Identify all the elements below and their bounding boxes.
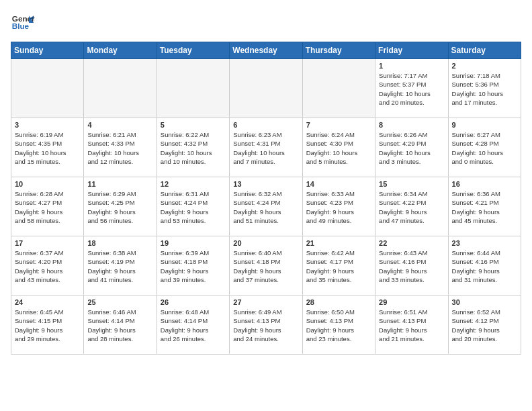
day-number: 27	[233, 298, 298, 306]
day-info: Sunrise: 6:36 AM Sunset: 4:21 PM Dayligh…	[452, 189, 517, 225]
day-info: Sunrise: 6:21 AM Sunset: 4:33 PM Dayligh…	[87, 130, 152, 166]
logo: General Blue	[11, 11, 35, 35]
weekday-header-row: SundayMondayTuesdayWednesdayThursdayFrid…	[11, 42, 521, 59]
day-number: 1	[379, 62, 444, 70]
calendar-cell: 8Sunrise: 6:26 AM Sunset: 4:29 PM Daylig…	[375, 118, 448, 177]
calendar-cell: 6Sunrise: 6:23 AM Sunset: 4:31 PM Daylig…	[230, 118, 302, 177]
day-info: Sunrise: 6:46 AM Sunset: 4:14 PM Dayligh…	[87, 308, 152, 343]
week-row-3: 10Sunrise: 6:28 AM Sunset: 4:27 PM Dayli…	[11, 177, 521, 236]
day-number: 12	[161, 180, 226, 188]
weekday-header-saturday: Saturday	[448, 42, 521, 59]
day-number: 20	[233, 239, 298, 247]
weekday-header-sunday: Sunday	[11, 42, 84, 59]
day-number: 18	[87, 239, 152, 247]
calendar-table: SundayMondayTuesdayWednesdayThursdayFrid…	[11, 42, 521, 355]
weekday-header-tuesday: Tuesday	[157, 42, 229, 59]
day-info: Sunrise: 6:51 AM Sunset: 4:13 PM Dayligh…	[379, 308, 444, 343]
week-row-1: 1Sunrise: 7:17 AM Sunset: 5:37 PM Daylig…	[11, 59, 521, 118]
calendar-cell	[157, 59, 229, 118]
calendar-cell: 17Sunrise: 6:37 AM Sunset: 4:20 PM Dayli…	[11, 236, 84, 295]
day-number: 7	[306, 121, 371, 129]
day-info: Sunrise: 6:26 AM Sunset: 4:29 PM Dayligh…	[379, 130, 444, 166]
day-info: Sunrise: 6:52 AM Sunset: 4:12 PM Dayligh…	[452, 308, 517, 343]
day-info: Sunrise: 6:19 AM Sunset: 4:35 PM Dayligh…	[15, 130, 80, 166]
calendar-cell: 26Sunrise: 6:48 AM Sunset: 4:14 PM Dayli…	[157, 295, 229, 355]
calendar-cell: 7Sunrise: 6:24 AM Sunset: 4:30 PM Daylig…	[302, 118, 375, 177]
day-number: 9	[452, 121, 517, 129]
weekday-header-thursday: Thursday	[302, 42, 375, 59]
day-info: Sunrise: 6:38 AM Sunset: 4:19 PM Dayligh…	[87, 248, 152, 284]
calendar-cell: 30Sunrise: 6:52 AM Sunset: 4:12 PM Dayli…	[448, 295, 521, 355]
week-row-5: 24Sunrise: 6:45 AM Sunset: 4:15 PM Dayli…	[11, 295, 521, 355]
day-info: Sunrise: 6:28 AM Sunset: 4:27 PM Dayligh…	[15, 189, 80, 225]
calendar-cell	[11, 59, 84, 118]
logo-icon: General Blue	[11, 11, 35, 35]
calendar-cell: 22Sunrise: 6:43 AM Sunset: 4:16 PM Dayli…	[375, 236, 448, 295]
day-number: 28	[306, 298, 371, 306]
day-info: Sunrise: 6:40 AM Sunset: 4:18 PM Dayligh…	[233, 248, 298, 284]
page-header: General Blue	[11, 11, 521, 35]
day-number: 5	[161, 121, 226, 129]
day-info: Sunrise: 6:44 AM Sunset: 4:16 PM Dayligh…	[452, 248, 517, 284]
calendar-cell: 1Sunrise: 7:17 AM Sunset: 5:37 PM Daylig…	[375, 59, 448, 118]
day-number: 29	[379, 298, 444, 306]
calendar-cell: 29Sunrise: 6:51 AM Sunset: 4:13 PM Dayli…	[375, 295, 448, 355]
day-info: Sunrise: 6:43 AM Sunset: 4:16 PM Dayligh…	[379, 248, 444, 284]
day-info: Sunrise: 6:33 AM Sunset: 4:23 PM Dayligh…	[306, 189, 371, 225]
day-number: 25	[87, 298, 152, 306]
week-row-4: 17Sunrise: 6:37 AM Sunset: 4:20 PM Dayli…	[11, 236, 521, 295]
day-number: 6	[233, 121, 298, 129]
day-number: 16	[452, 180, 517, 188]
day-info: Sunrise: 6:50 AM Sunset: 4:13 PM Dayligh…	[306, 308, 371, 343]
day-number: 4	[87, 121, 152, 129]
day-number: 17	[15, 239, 80, 247]
day-info: Sunrise: 6:45 AM Sunset: 4:15 PM Dayligh…	[15, 308, 80, 343]
calendar-cell: 12Sunrise: 6:31 AM Sunset: 4:24 PM Dayli…	[157, 177, 229, 236]
day-number: 13	[233, 180, 298, 188]
day-info: Sunrise: 6:42 AM Sunset: 4:17 PM Dayligh…	[306, 248, 371, 284]
calendar-cell: 5Sunrise: 6:22 AM Sunset: 4:32 PM Daylig…	[157, 118, 229, 177]
calendar-cell: 9Sunrise: 6:27 AM Sunset: 4:28 PM Daylig…	[448, 118, 521, 177]
calendar-cell: 28Sunrise: 6:50 AM Sunset: 4:13 PM Dayli…	[302, 295, 375, 355]
day-number: 8	[379, 121, 444, 129]
day-info: Sunrise: 6:31 AM Sunset: 4:24 PM Dayligh…	[161, 189, 226, 225]
calendar-cell: 2Sunrise: 7:18 AM Sunset: 5:36 PM Daylig…	[448, 59, 521, 118]
day-info: Sunrise: 6:39 AM Sunset: 4:18 PM Dayligh…	[161, 248, 226, 284]
day-number: 11	[87, 180, 152, 188]
day-info: Sunrise: 6:32 AM Sunset: 4:24 PM Dayligh…	[233, 189, 298, 225]
calendar-cell: 4Sunrise: 6:21 AM Sunset: 4:33 PM Daylig…	[84, 118, 157, 177]
calendar-cell: 21Sunrise: 6:42 AM Sunset: 4:17 PM Dayli…	[302, 236, 375, 295]
day-number: 10	[15, 180, 80, 188]
calendar-cell: 25Sunrise: 6:46 AM Sunset: 4:14 PM Dayli…	[84, 295, 157, 355]
calendar-cell: 18Sunrise: 6:38 AM Sunset: 4:19 PM Dayli…	[84, 236, 157, 295]
day-info: Sunrise: 6:48 AM Sunset: 4:14 PM Dayligh…	[161, 308, 226, 343]
day-number: 14	[306, 180, 371, 188]
calendar-cell: 14Sunrise: 6:33 AM Sunset: 4:23 PM Dayli…	[302, 177, 375, 236]
day-info: Sunrise: 6:22 AM Sunset: 4:32 PM Dayligh…	[161, 130, 226, 166]
calendar-cell: 23Sunrise: 6:44 AM Sunset: 4:16 PM Dayli…	[448, 236, 521, 295]
day-info: Sunrise: 6:23 AM Sunset: 4:31 PM Dayligh…	[233, 130, 298, 166]
calendar-cell	[302, 59, 375, 118]
calendar-cell: 16Sunrise: 6:36 AM Sunset: 4:21 PM Dayli…	[448, 177, 521, 236]
calendar-cell	[230, 59, 302, 118]
week-row-2: 3Sunrise: 6:19 AM Sunset: 4:35 PM Daylig…	[11, 118, 521, 177]
day-number: 22	[379, 239, 444, 247]
calendar-cell: 24Sunrise: 6:45 AM Sunset: 4:15 PM Dayli…	[11, 295, 84, 355]
day-info: Sunrise: 6:37 AM Sunset: 4:20 PM Dayligh…	[15, 248, 80, 284]
day-number: 30	[452, 298, 517, 306]
day-number: 23	[452, 239, 517, 247]
svg-text:Blue: Blue	[12, 21, 30, 30]
calendar-cell: 10Sunrise: 6:28 AM Sunset: 4:27 PM Dayli…	[11, 177, 84, 236]
day-number: 21	[306, 239, 371, 247]
day-number: 15	[379, 180, 444, 188]
calendar-cell: 27Sunrise: 6:49 AM Sunset: 4:13 PM Dayli…	[230, 295, 302, 355]
calendar-cell: 11Sunrise: 6:29 AM Sunset: 4:25 PM Dayli…	[84, 177, 157, 236]
day-number: 19	[161, 239, 226, 247]
day-info: Sunrise: 7:18 AM Sunset: 5:36 PM Dayligh…	[452, 71, 517, 107]
weekday-header-wednesday: Wednesday	[230, 42, 302, 59]
weekday-header-friday: Friday	[375, 42, 448, 59]
calendar-cell	[84, 59, 157, 118]
day-info: Sunrise: 6:34 AM Sunset: 4:22 PM Dayligh…	[379, 189, 444, 225]
weekday-header-monday: Monday	[84, 42, 157, 59]
day-info: Sunrise: 7:17 AM Sunset: 5:37 PM Dayligh…	[379, 71, 444, 107]
